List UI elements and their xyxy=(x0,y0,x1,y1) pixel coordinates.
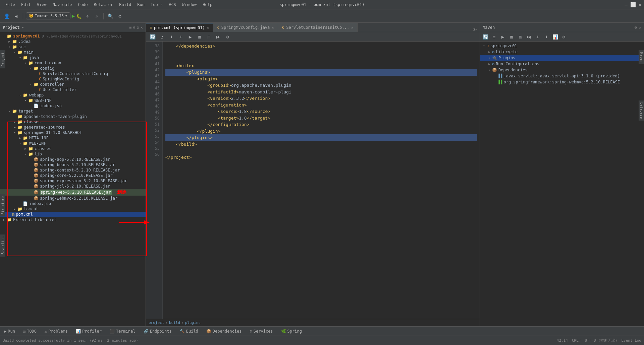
tree-item-jar-expression[interactable]: 📦 spring-expression-5.2.10.RELEASE.jar xyxy=(0,178,146,184)
step-btn[interactable]: m xyxy=(196,33,204,41)
structure-side-label[interactable]: Structure xyxy=(0,194,5,216)
menu-vcs[interactable]: VCS xyxy=(166,2,179,8)
tree-item-external-libraries[interactable]: ▶ 📁 External Libraries xyxy=(0,217,146,222)
database-side-label[interactable]: Database xyxy=(639,100,644,121)
settings-maven-btn[interactable]: ⚙ xyxy=(224,33,232,41)
breadcrumb-project[interactable]: project xyxy=(149,321,164,325)
maven-run-configs[interactable]: ▶ ⚙ Run Configurations xyxy=(480,61,644,67)
locate-file-btn[interactable]: ⊕ xyxy=(133,25,135,30)
bottom-tab-todo[interactable]: ☑ TODO xyxy=(22,328,38,334)
tree-item-lib[interactable]: ▾ 📁 lib xyxy=(0,151,146,157)
tree-item-jar-context[interactable]: 📦 spring-context-5.2.10.RELEASE.jar xyxy=(0,167,146,173)
menu-navigate[interactable]: Navigate xyxy=(50,2,75,8)
code-editor[interactable]: </dependencies> <build> <plugins> <plugi… xyxy=(163,42,480,319)
run-button[interactable]: ▶ xyxy=(72,13,75,19)
tree-item-pom-xml[interactable]: m pom.xml xyxy=(0,212,146,217)
tree-item-springmvcconfig[interactable]: C SpringMvcConfig xyxy=(0,76,146,82)
bottom-tab-dependencies[interactable]: 📦 Dependencies xyxy=(205,328,243,334)
maven-generate-btn[interactable]: ⬇ xyxy=(542,33,550,41)
tree-item-index-jsp-webapp[interactable]: 📄 index.jsp xyxy=(0,103,146,109)
tree-item-jar-webmvc[interactable]: 📦 spring-webmvc-5.2.10.RELEASE.jar xyxy=(0,196,146,201)
menu-view[interactable]: View xyxy=(34,2,49,8)
tree-item-java[interactable]: ▾ 📁 java xyxy=(0,55,146,60)
tree-item-jar-web[interactable]: 📦 spring-web-5.2.10.RELEASE.jar 删除 xyxy=(0,189,146,196)
toolbar-back-btn[interactable]: ◀ xyxy=(12,12,20,20)
tree-item-webinf[interactable]: ▾ 📁 WEB-INF xyxy=(0,98,146,103)
tab-close-btn[interactable]: ✕ xyxy=(207,26,209,29)
window-controls[interactable]: — ⬜ ✕ xyxy=(625,2,641,7)
file-tree[interactable]: ▾ 📁 springmvc01 D:\Java\IdeaProjects\ssm… xyxy=(0,32,146,326)
maven-settings-icon[interactable]: ⚙ xyxy=(635,25,637,30)
tree-item-jar-jcl[interactable]: 📦 spring-jcl-5.2.10.RELEASE.jar xyxy=(0,184,146,189)
tree-item-com-linxuan[interactable]: ▾ 📁 com.linxuan xyxy=(0,60,146,66)
menu-bar[interactable]: File Edit View Navigate Code Refactor Bu… xyxy=(3,2,215,8)
maven-expand-btn[interactable]: + xyxy=(534,33,542,41)
breadcrumb-build[interactable]: build xyxy=(169,321,180,325)
debug-button[interactable]: 🐛 xyxy=(76,13,82,19)
maven-root[interactable]: ▾ m springmvc01 xyxy=(480,43,644,49)
tree-item-config[interactable]: ▾ 📁 config xyxy=(0,66,146,71)
maven-lifecycle[interactable]: ▶ ⚙ Lifecycle xyxy=(480,49,644,55)
coverage-button[interactable]: ☂ xyxy=(83,12,91,20)
maven-plugins[interactable]: ▾ 🔌 Plugins xyxy=(480,55,644,61)
search-everywhere-btn[interactable]: 🔍 xyxy=(106,12,114,20)
tree-item-tomcat[interactable]: ▶ 📁 tomcat xyxy=(0,206,146,212)
toolbar-profile-btn[interactable]: 👤 xyxy=(3,12,11,20)
tree-item-controller[interactable]: ▾ 📁 controller xyxy=(0,82,146,87)
close-panel-btn[interactable]: ✕ xyxy=(141,25,143,30)
breadcrumb-plugins[interactable]: plugins xyxy=(185,321,201,325)
charset[interactable]: UTF-8 (推断无误) xyxy=(585,338,617,343)
tree-item-usercontroller[interactable]: C UserController xyxy=(0,87,146,92)
menu-window[interactable]: Window xyxy=(179,2,199,8)
run-config-selector[interactable]: 🐱 Tomcat 8.5.75 ▾ xyxy=(26,12,70,19)
cursor-position[interactable]: 42:14 xyxy=(557,338,568,343)
maven-close-icon[interactable]: ✕ xyxy=(639,25,641,30)
maven-collapse-btn[interactable]: ≡ xyxy=(490,33,498,41)
bottom-tab-spring[interactable]: 🌿 Spring xyxy=(280,328,303,334)
bottom-tab-endpoints[interactable]: 🔗 Endpoints xyxy=(142,328,173,334)
download-btn[interactable]: ⬇ xyxy=(167,33,175,41)
close-button[interactable]: ✕ xyxy=(639,2,641,7)
menu-help[interactable]: Help xyxy=(200,2,215,8)
tree-item-jar-aop[interactable]: 📦 spring-aop-5.2.10.RELEASE.jar xyxy=(0,157,146,162)
maven-skip-btn[interactable]: ⏭ xyxy=(525,33,533,41)
tree-item-main[interactable]: ▾ 📁 main xyxy=(0,50,146,55)
bottom-tab-terminal[interactable]: ⬛ Terminal xyxy=(108,328,137,334)
tree-item-classes[interactable]: ▶ 📁 classes xyxy=(0,119,146,125)
maven-side-label[interactable]: Maven xyxy=(639,50,644,64)
line-ending[interactable]: CRLF xyxy=(572,338,581,343)
maven-diagram-btn[interactable]: 📊 xyxy=(551,33,559,41)
tree-item-jar-beans[interactable]: 📦 spring-beans-5.2.10.RELEASE.jar xyxy=(0,162,146,167)
menu-build[interactable]: Build xyxy=(116,2,134,8)
bottom-tab-problems[interactable]: ⚠ Problems xyxy=(43,328,69,334)
tree-root[interactable]: ▾ 📁 springmvc01 D:\Java\IdeaProjects\ssm… xyxy=(0,33,146,39)
tree-item-servlet-init[interactable]: C ServletContainersInitConfig xyxy=(0,71,146,76)
maven-run-btn[interactable]: ▶ xyxy=(499,33,507,41)
tab-springmvcconfig[interactable]: C SpringMvcConfig.java ✕ xyxy=(213,23,278,32)
menu-refactor[interactable]: Refactor xyxy=(91,2,116,8)
tree-item-apache-tomcat[interactable]: 📁 apache-tomcat-maven-plugin xyxy=(0,114,146,119)
menu-run[interactable]: Run xyxy=(135,2,147,8)
tab-pom-xml[interactable]: m pom.xml (springmvc01) ✕ xyxy=(146,23,213,32)
menu-file[interactable]: File xyxy=(3,2,18,8)
tree-item-src[interactable]: ▾ 📁 src xyxy=(0,44,146,50)
run-maven-btn[interactable]: ▶ xyxy=(186,33,194,41)
tree-item-index-jsp-target[interactable]: 📄 index.jsp xyxy=(0,201,146,206)
project-side-label[interactable]: Project xyxy=(0,50,5,68)
sync-btn[interactable]: 🔄 xyxy=(149,33,157,41)
tree-item-generated-sources[interactable]: ▶ 📁 generated-sources xyxy=(0,125,146,130)
maximize-button[interactable]: ⬜ xyxy=(630,2,636,7)
event-log[interactable]: Event Log xyxy=(621,338,641,343)
tree-item-target[interactable]: ▾ 📁 target xyxy=(0,109,146,114)
menu-code[interactable]: Code xyxy=(75,2,91,8)
lifecycle-btn[interactable]: m xyxy=(205,33,213,41)
maven-dependencies[interactable]: ▾ 📦 Dependencies xyxy=(480,67,644,73)
maven-dep-servlet[interactable]: ▐▐ javax.servlet:javax.servlet-api:3.1.0… xyxy=(480,73,644,79)
tree-item-idea[interactable]: ▶ 📁 .idea xyxy=(0,39,146,44)
bottom-tab-services[interactable]: ⚙ Services xyxy=(249,328,274,334)
bottom-tab-profiler[interactable]: 📊 Profiler xyxy=(74,328,103,334)
tree-item-webapp[interactable]: ▾ 📁 webapp xyxy=(0,92,146,98)
tab-overflow-icon[interactable]: ≫ xyxy=(473,27,477,32)
minimize-button[interactable]: — xyxy=(625,2,627,7)
tab-close-btn[interactable]: ✕ xyxy=(272,26,274,29)
